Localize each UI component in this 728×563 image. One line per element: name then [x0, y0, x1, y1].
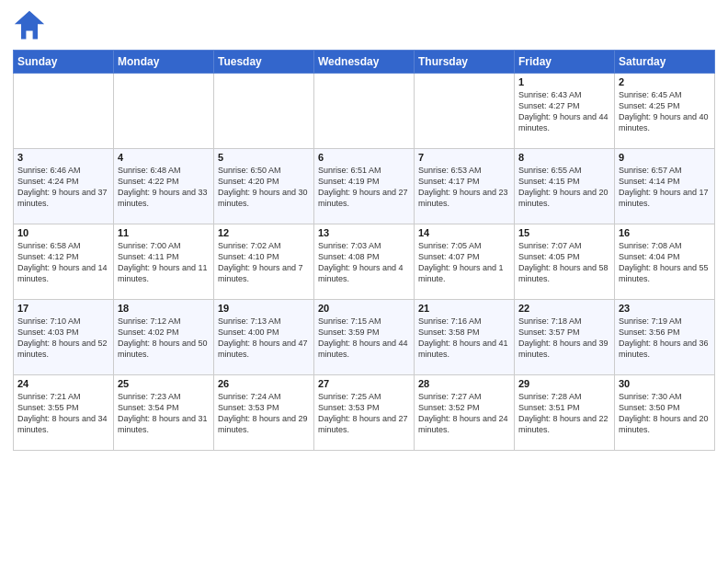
calendar-cell: 12Sunrise: 7:02 AM Sunset: 4:10 PM Dayli… — [214, 224, 314, 300]
calendar-cell: 29Sunrise: 7:28 AM Sunset: 3:51 PM Dayli… — [515, 375, 615, 451]
day-number: 11 — [118, 227, 210, 238]
day-info: Sunrise: 7:12 AM Sunset: 4:02 PM Dayligh… — [118, 316, 210, 361]
day-info: Sunrise: 7:28 AM Sunset: 3:51 PM Dayligh… — [518, 391, 610, 436]
calendar-week-5: 24Sunrise: 7:21 AM Sunset: 3:55 PM Dayli… — [14, 375, 715, 451]
calendar-cell: 4Sunrise: 6:48 AM Sunset: 4:22 PM Daylig… — [114, 149, 214, 224]
calendar-cell — [114, 74, 214, 149]
day-info: Sunrise: 7:08 AM Sunset: 4:04 PM Dayligh… — [619, 240, 711, 285]
calendar-cell: 27Sunrise: 7:25 AM Sunset: 3:53 PM Dayli… — [314, 375, 415, 451]
calendar-week-2: 3Sunrise: 6:46 AM Sunset: 4:24 PM Daylig… — [14, 149, 715, 224]
day-number: 10 — [17, 227, 109, 238]
logo-icon — [13, 9, 46, 42]
calendar-header-row: SundayMondayTuesdayWednesdayThursdayFrid… — [14, 51, 715, 74]
calendar-cell: 20Sunrise: 7:15 AM Sunset: 3:59 PM Dayli… — [314, 300, 415, 375]
day-number: 3 — [17, 152, 109, 163]
day-number: 23 — [619, 303, 711, 314]
day-info: Sunrise: 7:25 AM Sunset: 3:53 PM Dayligh… — [318, 391, 410, 436]
calendar-table: SundayMondayTuesdayWednesdayThursdayFrid… — [13, 50, 715, 451]
day-info: Sunrise: 7:27 AM Sunset: 3:52 PM Dayligh… — [418, 391, 510, 436]
col-header-saturday: Saturday — [615, 51, 715, 74]
calendar-cell: 7Sunrise: 6:53 AM Sunset: 4:17 PM Daylig… — [415, 149, 515, 224]
day-info: Sunrise: 6:53 AM Sunset: 4:17 PM Dayligh… — [418, 165, 510, 210]
col-header-wednesday: Wednesday — [314, 51, 415, 74]
day-number: 26 — [218, 378, 310, 389]
calendar-cell: 9Sunrise: 6:57 AM Sunset: 4:14 PM Daylig… — [615, 149, 715, 224]
col-header-tuesday: Tuesday — [214, 51, 314, 74]
day-info: Sunrise: 7:24 AM Sunset: 3:53 PM Dayligh… — [218, 391, 310, 436]
col-header-friday: Friday — [515, 51, 615, 74]
calendar-cell: 23Sunrise: 7:19 AM Sunset: 3:56 PM Dayli… — [615, 300, 715, 375]
calendar-cell — [14, 74, 114, 149]
day-info: Sunrise: 7:21 AM Sunset: 3:55 PM Dayligh… — [17, 391, 109, 436]
calendar-cell: 6Sunrise: 6:51 AM Sunset: 4:19 PM Daylig… — [314, 149, 415, 224]
calendar-cell: 1Sunrise: 6:43 AM Sunset: 4:27 PM Daylig… — [515, 74, 615, 149]
day-info: Sunrise: 6:58 AM Sunset: 4:12 PM Dayligh… — [17, 240, 109, 285]
calendar-cell: 3Sunrise: 6:46 AM Sunset: 4:24 PM Daylig… — [14, 149, 114, 224]
day-info: Sunrise: 6:50 AM Sunset: 4:20 PM Dayligh… — [218, 165, 310, 210]
col-header-monday: Monday — [114, 51, 214, 74]
calendar-cell: 13Sunrise: 7:03 AM Sunset: 4:08 PM Dayli… — [314, 224, 415, 300]
day-number: 21 — [418, 303, 510, 314]
day-info: Sunrise: 7:03 AM Sunset: 4:08 PM Dayligh… — [318, 240, 410, 285]
day-number: 4 — [118, 152, 210, 163]
day-info: Sunrise: 7:07 AM Sunset: 4:05 PM Dayligh… — [518, 240, 610, 285]
day-number: 24 — [17, 378, 109, 389]
day-number: 16 — [619, 227, 711, 238]
day-info: Sunrise: 6:43 AM Sunset: 4:27 PM Dayligh… — [518, 89, 610, 134]
day-number: 1 — [518, 76, 610, 87]
day-number: 8 — [518, 152, 610, 163]
calendar-cell: 30Sunrise: 7:30 AM Sunset: 3:50 PM Dayli… — [615, 375, 715, 451]
calendar-cell: 21Sunrise: 7:16 AM Sunset: 3:58 PM Dayli… — [415, 300, 515, 375]
calendar-cell: 15Sunrise: 7:07 AM Sunset: 4:05 PM Dayli… — [515, 224, 615, 300]
day-info: Sunrise: 7:05 AM Sunset: 4:07 PM Dayligh… — [418, 240, 510, 285]
page: SundayMondayTuesdayWednesdayThursdayFrid… — [0, 0, 728, 563]
header — [13, 9, 715, 42]
day-info: Sunrise: 7:19 AM Sunset: 3:56 PM Dayligh… — [619, 316, 711, 361]
day-number: 7 — [418, 152, 510, 163]
calendar-cell: 22Sunrise: 7:18 AM Sunset: 3:57 PM Dayli… — [515, 300, 615, 375]
day-info: Sunrise: 7:02 AM Sunset: 4:10 PM Dayligh… — [218, 240, 310, 285]
calendar-cell: 19Sunrise: 7:13 AM Sunset: 4:00 PM Dayli… — [214, 300, 314, 375]
day-number: 14 — [418, 227, 510, 238]
day-number: 20 — [318, 303, 410, 314]
calendar-cell — [314, 74, 415, 149]
day-number: 5 — [218, 152, 310, 163]
day-number: 17 — [17, 303, 109, 314]
calendar-week-4: 17Sunrise: 7:10 AM Sunset: 4:03 PM Dayli… — [14, 300, 715, 375]
calendar-cell: 10Sunrise: 6:58 AM Sunset: 4:12 PM Dayli… — [14, 224, 114, 300]
calendar-cell: 14Sunrise: 7:05 AM Sunset: 4:07 PM Dayli… — [415, 224, 515, 300]
col-header-thursday: Thursday — [415, 51, 515, 74]
day-info: Sunrise: 6:51 AM Sunset: 4:19 PM Dayligh… — [318, 165, 410, 210]
day-info: Sunrise: 7:30 AM Sunset: 3:50 PM Dayligh… — [619, 391, 711, 436]
day-number: 29 — [518, 378, 610, 389]
col-header-sunday: Sunday — [14, 51, 114, 74]
day-number: 6 — [318, 152, 410, 163]
calendar-cell: 24Sunrise: 7:21 AM Sunset: 3:55 PM Dayli… — [14, 375, 114, 451]
day-info: Sunrise: 7:16 AM Sunset: 3:58 PM Dayligh… — [418, 316, 510, 361]
calendar-cell: 28Sunrise: 7:27 AM Sunset: 3:52 PM Dayli… — [415, 375, 515, 451]
day-number: 18 — [118, 303, 210, 314]
calendar-cell: 26Sunrise: 7:24 AM Sunset: 3:53 PM Dayli… — [214, 375, 314, 451]
calendar-cell: 25Sunrise: 7:23 AM Sunset: 3:54 PM Dayli… — [114, 375, 214, 451]
day-number: 25 — [118, 378, 210, 389]
day-info: Sunrise: 7:13 AM Sunset: 4:00 PM Dayligh… — [218, 316, 310, 361]
calendar-week-1: 1Sunrise: 6:43 AM Sunset: 4:27 PM Daylig… — [14, 74, 715, 149]
calendar-cell: 17Sunrise: 7:10 AM Sunset: 4:03 PM Dayli… — [14, 300, 114, 375]
day-info: Sunrise: 7:23 AM Sunset: 3:54 PM Dayligh… — [118, 391, 210, 436]
calendar-cell: 5Sunrise: 6:50 AM Sunset: 4:20 PM Daylig… — [214, 149, 314, 224]
calendar-cell: 11Sunrise: 7:00 AM Sunset: 4:11 PM Dayli… — [114, 224, 214, 300]
day-number: 27 — [318, 378, 410, 389]
day-info: Sunrise: 7:00 AM Sunset: 4:11 PM Dayligh… — [118, 240, 210, 285]
day-number: 19 — [218, 303, 310, 314]
calendar-cell: 8Sunrise: 6:55 AM Sunset: 4:15 PM Daylig… — [515, 149, 615, 224]
day-number: 28 — [418, 378, 510, 389]
day-number: 9 — [619, 152, 711, 163]
day-info: Sunrise: 6:45 AM Sunset: 4:25 PM Dayligh… — [619, 89, 711, 134]
day-number: 22 — [518, 303, 610, 314]
day-number: 12 — [218, 227, 310, 238]
day-info: Sunrise: 6:57 AM Sunset: 4:14 PM Dayligh… — [619, 165, 711, 210]
calendar-week-3: 10Sunrise: 6:58 AM Sunset: 4:12 PM Dayli… — [14, 224, 715, 300]
logo — [13, 9, 50, 42]
calendar-cell: 18Sunrise: 7:12 AM Sunset: 4:02 PM Dayli… — [114, 300, 214, 375]
day-info: Sunrise: 6:46 AM Sunset: 4:24 PM Dayligh… — [17, 165, 109, 210]
